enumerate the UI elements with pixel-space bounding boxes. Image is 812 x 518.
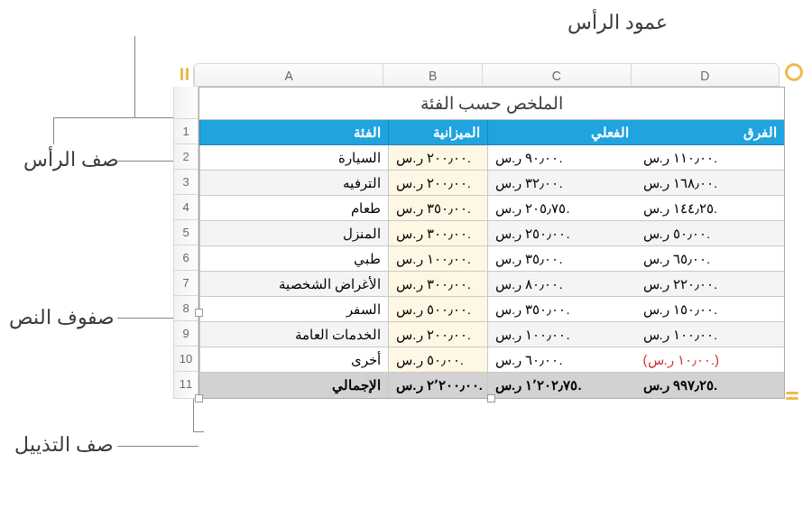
row-header-6[interactable]: 6 (174, 245, 198, 271)
table-row: السيارة ٢٠٠٫٠٠ ر.س. ٩٠٫٠٠ ر.س. ١١٠٫٠٠ ر.… (199, 145, 784, 171)
cell-diff[interactable]: ١٦٨٫٠٠ ر.س. (636, 171, 784, 196)
row-header-4[interactable]: 4 (174, 195, 198, 220)
cell-actual[interactable]: ٢٥٠٫٠٠ ر.س. (487, 221, 636, 246)
row-header-9[interactable]: 9 (174, 321, 198, 347)
header-cell-budget[interactable]: الميزانية (388, 120, 487, 145)
cell-diff[interactable]: ٦٥٫٠٠ ر.س. (636, 246, 784, 272)
table-grid: الملخص حسب الفئة الفئة الميزانية الفعلي … (198, 87, 785, 399)
header-cell-category[interactable]: الفئة (199, 120, 388, 145)
row-header-5[interactable]: 5 (174, 220, 198, 245)
callout-line (117, 446, 198, 447)
cell-category[interactable]: الأغراض الشخصية (199, 272, 388, 297)
cell-diff[interactable]: ١٥٠٫٠٠ ر.س. (636, 297, 784, 322)
footer-cell-label[interactable]: الإجمالي (199, 373, 388, 398)
cell-category[interactable]: السفر (199, 297, 388, 322)
cell-category[interactable]: طعام (199, 196, 388, 221)
cell-actual[interactable]: ٢٠٥٫٧٥ ر.س. (487, 196, 636, 221)
selection-handle[interactable] (487, 394, 495, 402)
cell-category[interactable]: الترفيه (199, 171, 388, 196)
row-header-gutter: 1 2 3 4 5 6 7 8 9 10 11 (173, 87, 198, 399)
callout-line (53, 117, 54, 144)
table-row: الترفيه ٢٠٠٫٠٠ ر.س. ٣٢٫٠٠ ر.س. ١٦٨٫٠٠ ر.… (199, 171, 784, 196)
cell-diff[interactable]: (١٠٫٠٠ ر.س.) (636, 347, 784, 373)
table-row: طبي ١٠٠٫٠٠ ر.س. ٣٥٫٠٠ ر.س. ٦٥٫٠٠ ر.س. (199, 246, 784, 272)
table-header-row: الفئة الميزانية الفعلي الفرق (199, 120, 784, 145)
add-row-handle[interactable] (783, 386, 801, 404)
cell-budget[interactable]: ٥٠٠٫٠٠ ر.س. (388, 297, 487, 322)
row-header-2[interactable]: 2 (174, 144, 198, 170)
column-header-A[interactable]: A (194, 64, 383, 86)
callout-header-column: عمود الرأس (567, 11, 668, 34)
cell-budget[interactable]: ١٠٠٫٠٠ ر.س. (388, 246, 487, 272)
footer-cell-actual[interactable]: ١٬٢٠٢٫٧٥ ر.س. (487, 373, 636, 398)
header-cell-diff[interactable]: الفرق (636, 120, 784, 145)
add-column-handle[interactable] (175, 65, 193, 83)
cell-actual[interactable]: ١٠٠٫٠٠ ر.س. (487, 322, 636, 347)
cell-budget[interactable]: ٣٠٠٫٠٠ ر.س. (388, 272, 487, 297)
cell-actual[interactable]: ٣٥٫٠٠ ر.س. (487, 246, 636, 272)
row-header-blank[interactable] (174, 87, 198, 119)
cell-diff[interactable]: ١١٠٫٠٠ ر.س. (636, 145, 784, 171)
cell-diff[interactable]: ١٠٠٫٠٠ ر.س. (636, 322, 784, 347)
column-header-C[interactable]: C (482, 64, 631, 86)
cell-category[interactable]: الخدمات العامة (199, 322, 388, 347)
selection-handle[interactable] (195, 309, 203, 317)
column-header-bar: A B C D (193, 63, 780, 87)
callout-line (134, 36, 135, 117)
cell-category[interactable]: طبي (199, 246, 388, 272)
row-header-7[interactable]: 7 (174, 271, 198, 296)
cell-actual[interactable]: ٣٥٠٫٠٠ ر.س. (487, 297, 636, 322)
cell-actual[interactable]: ٨٠٫٠٠ ر.س. (487, 272, 636, 297)
cell-actual[interactable]: ٣٢٫٠٠ ر.س. (487, 171, 636, 196)
cell-budget[interactable]: ٢٠٠٫٠٠ ر.س. (388, 322, 487, 347)
row-header-10[interactable]: 10 (174, 347, 198, 372)
footer-cell-budget[interactable]: ٢٬٢٠٠٫٠٠ ر.س. (388, 373, 487, 398)
callout-header-row: صف الرأس (23, 148, 119, 171)
selection-handle[interactable] (195, 394, 203, 402)
callout-footer-row: صف التذييل (14, 433, 114, 457)
cell-budget[interactable]: ٢٠٠٫٠٠ ر.س. (388, 171, 487, 196)
cell-actual[interactable]: ٩٠٫٠٠ ر.س. (487, 145, 636, 171)
cell-diff[interactable]: ٥٠٫٠٠ ر.س. (636, 221, 784, 246)
table-row: طعام ٣٥٠٫٠٠ ر.س. ٢٠٥٫٧٥ ر.س. ١٤٤٫٢٥ ر.س. (199, 196, 784, 221)
table-title[interactable]: الملخص حسب الفئة (199, 88, 784, 120)
header-cell-actual[interactable]: الفعلي (487, 120, 636, 145)
table-row: الخدمات العامة ٢٠٠٫٠٠ ر.س. ١٠٠٫٠٠ ر.س. ١… (199, 322, 784, 347)
cell-budget[interactable]: ٢٠٠٫٠٠ ر.س. (388, 145, 487, 171)
cell-budget[interactable]: ٣٥٠٫٠٠ ر.س. (388, 196, 487, 221)
row-header-3[interactable]: 3 (174, 170, 198, 195)
callout-line (193, 431, 204, 432)
column-header-D[interactable]: D (631, 64, 780, 86)
cell-budget[interactable]: ٥٠٫٠٠ ر.س. (388, 347, 487, 373)
table-row: الأغراض الشخصية ٣٠٠٫٠٠ ر.س. ٨٠٫٠٠ ر.س. ٢… (199, 272, 784, 297)
cell-diff[interactable]: ٢٢٠٫٠٠ ر.س. (636, 272, 784, 297)
spreadsheet-stage: A B C D 1 2 3 4 5 6 7 8 9 10 11 الملخص ح… (173, 63, 805, 399)
cell-category[interactable]: السيارة (199, 145, 388, 171)
footer-cell-diff[interactable]: ٩٩٧٫٢٥ ر.س. (636, 373, 784, 398)
cell-category[interactable]: أخرى (199, 347, 388, 373)
row-header-1[interactable]: 1 (174, 119, 198, 144)
cell-actual[interactable]: ٦٠٫٠٠ ر.س. (487, 347, 636, 373)
column-header-B[interactable]: B (383, 64, 482, 86)
table-row: المنزل ٣٠٠٫٠٠ ر.س. ٢٥٠٫٠٠ ر.س. ٥٠٫٠٠ ر.س… (199, 221, 784, 246)
table-row: السفر ٥٠٠٫٠٠ ر.س. ٣٥٠٫٠٠ ر.س. ١٥٠٫٠٠ ر.س… (199, 297, 784, 322)
cell-category[interactable]: المنزل (199, 221, 388, 246)
table-corner-handle[interactable] (785, 63, 803, 81)
callout-body-rows: صفوف النص (9, 306, 115, 329)
cell-budget[interactable]: ٣٠٠٫٠٠ ر.س. (388, 221, 487, 246)
cell-diff[interactable]: ١٤٤٫٢٥ ر.س. (636, 196, 784, 221)
row-header-11[interactable]: 11 (174, 372, 198, 397)
table-row: أخرى ٥٠٫٠٠ ر.س. ٦٠٫٠٠ ر.س. (١٠٫٠٠ ر.س.) (199, 347, 784, 373)
